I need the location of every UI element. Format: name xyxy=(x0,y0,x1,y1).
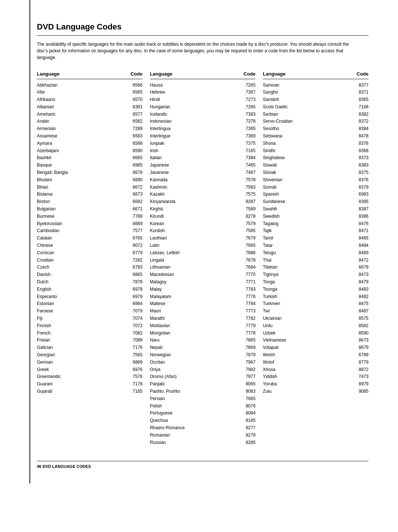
lang-name: Kashmiri xyxy=(150,184,234,190)
lang-code: 6976 xyxy=(121,367,143,373)
table-row: Thai 8472 xyxy=(263,256,369,264)
lang-name: Catalan xyxy=(37,235,121,241)
table-row: Urdu 8582 xyxy=(263,322,369,329)
lang-code: 7679 xyxy=(233,235,255,241)
table-row: Interlingue 7369 xyxy=(150,133,256,140)
lang-name: Maltese xyxy=(150,301,234,307)
lang-name: Italian xyxy=(150,155,234,161)
table-row: Bengali; Bangla 6678 xyxy=(37,169,143,176)
column-1: Language Code Abkhazian 6566 Afar 6565 A… xyxy=(37,71,143,446)
table-row: Malagsy 7771 xyxy=(150,279,256,286)
lang-name: Basque xyxy=(37,162,121,168)
lang-code: 8382 xyxy=(346,111,369,118)
table-row: Persian 7065 xyxy=(150,395,256,402)
lang-code: 7073 xyxy=(121,323,143,329)
lang-name: Hindi xyxy=(150,97,234,103)
col2-lang-header: Language xyxy=(150,71,234,77)
lang-code: 7982 xyxy=(233,367,255,373)
table-row: Sangho 8371 xyxy=(263,89,369,96)
table-row: Naru 7865 xyxy=(150,337,256,344)
table-row: Swedish 8386 xyxy=(263,213,369,220)
lang-code: 7473 xyxy=(346,374,369,380)
table-row: Romanian 8279 xyxy=(150,431,256,439)
lang-name: Croatian xyxy=(37,257,121,263)
lang-name: Interlingua xyxy=(150,126,234,132)
lang-code: 6985 xyxy=(121,162,143,168)
lang-code: 6673 xyxy=(121,191,143,197)
lang-code: 8379 xyxy=(346,184,369,190)
table-row: Finnish 7073 xyxy=(37,322,143,329)
lang-name: Afar xyxy=(37,89,121,95)
lang-code: 8285 xyxy=(233,440,255,446)
lang-name: Slovak xyxy=(263,169,346,176)
lang-code: 8373 xyxy=(346,155,369,161)
lang-name: Oriya xyxy=(150,367,234,373)
table-row: Estonian 6984 xyxy=(37,300,143,308)
lang-name: Sanskrit xyxy=(263,97,346,103)
table-row: Moldavian 7779 xyxy=(150,322,256,329)
lang-name: Persian xyxy=(150,396,234,402)
lang-code: 6671 xyxy=(121,206,143,212)
lang-code: 8476 xyxy=(346,221,369,227)
table-row: Malay 7783 xyxy=(150,286,256,293)
table-row: Czech 6783 xyxy=(37,264,143,271)
table-row: Tamil 8465 xyxy=(263,235,369,242)
lang-name: Hungarian xyxy=(150,104,234,110)
lang-code: 8375 xyxy=(346,169,369,176)
lang-code: 7783 xyxy=(233,286,255,293)
lang-name: Telugu xyxy=(263,250,346,256)
lang-code: 6984 xyxy=(121,301,143,307)
lang-code: 7879 xyxy=(233,352,255,358)
lang-name: Dutch xyxy=(37,279,121,285)
lang-name: Abkhazian xyxy=(37,82,121,88)
lang-code: 8279 xyxy=(233,432,255,438)
lang-name: Laothian xyxy=(150,235,234,241)
lang-name: Galician xyxy=(37,344,121,351)
table-row: Panjabi 8065 xyxy=(150,381,256,388)
lang-name: Kirghiz xyxy=(150,206,234,212)
lang-code: 6983 xyxy=(346,191,369,197)
table-row: Mongolian 7778 xyxy=(150,329,256,337)
lang-name: Portuguese xyxy=(150,410,234,416)
lang-code: 8065 xyxy=(233,381,255,387)
table-row: Greek 6976 xyxy=(37,366,143,373)
lang-name: Armenian xyxy=(37,126,121,132)
lang-name: Bislama xyxy=(37,191,121,197)
lang-name: Irish xyxy=(150,148,234,154)
lang-code: 7876 xyxy=(121,279,143,285)
lang-code: 8679 xyxy=(346,344,369,351)
lang-name: Byelorussian xyxy=(37,221,121,227)
lang-code: 8473 xyxy=(346,272,369,278)
lang-code: 8083 xyxy=(233,388,255,395)
lang-name: Faroese xyxy=(37,308,121,314)
table-row: Bihari 6672 xyxy=(37,183,143,191)
lang-name: Zulu xyxy=(263,388,346,395)
lang-name: English xyxy=(37,286,121,293)
lang-code: 6783 xyxy=(121,264,143,270)
column-3: Language Code Samoan 8377 Sangho 8371 Sa… xyxy=(263,71,369,446)
table-row: Ameharic 6577 xyxy=(37,111,143,118)
table-row: Bhutani 6890 xyxy=(37,176,143,183)
table-row: Slovenian 8376 xyxy=(263,176,369,183)
lang-name: Afrikaans xyxy=(37,97,121,103)
lang-name: Sangho xyxy=(263,89,346,95)
lang-code: 6583 xyxy=(121,133,143,139)
lang-name: Bihari xyxy=(37,184,121,190)
lang-code: 7589 xyxy=(233,206,255,212)
table-row: Uzbek 8590 xyxy=(263,329,369,337)
lang-code: 8479 xyxy=(346,279,369,285)
lang-code: 8371 xyxy=(346,89,369,95)
table-row: Quechua 8185 xyxy=(150,417,256,424)
lang-code: 8368 xyxy=(346,148,369,154)
lang-name: Norwegian xyxy=(150,352,234,358)
table-row: Hausa 7265 xyxy=(150,81,256,89)
lang-name: Tagalog xyxy=(263,221,346,227)
table-row: Sindhi 8368 xyxy=(263,147,369,154)
lang-code: 7967 xyxy=(233,359,255,365)
lang-name: Panjabi xyxy=(150,381,234,387)
lang-code: 7168 xyxy=(346,104,369,110)
lang-name: Somali xyxy=(263,184,346,190)
table-row: Scots Gaelic 7168 xyxy=(263,103,369,111)
lang-code: 7575 xyxy=(233,191,255,197)
lang-name: Wolof xyxy=(263,359,346,365)
